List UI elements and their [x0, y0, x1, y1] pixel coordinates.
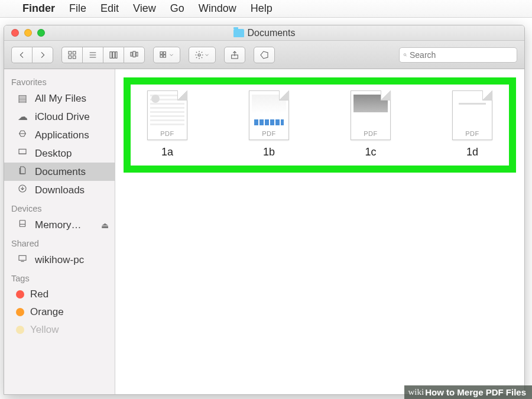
- menu-window[interactable]: Window: [199, 2, 236, 15]
- file-label: 1d: [443, 146, 502, 158]
- downloads-icon: [16, 184, 29, 196]
- sidebar: Favorites ▤ All My Files ☁ iCloud Drive …: [4, 69, 115, 394]
- sidebar-item-label: Downloads: [35, 184, 85, 196]
- window-body: Favorites ▤ All My Files ☁ iCloud Drive …: [4, 69, 524, 394]
- sidebar-item-desktop[interactable]: Desktop: [4, 144, 115, 163]
- back-button[interactable]: [11, 47, 32, 63]
- sidebar-item-icloud-drive[interactable]: ☁ iCloud Drive: [4, 108, 115, 126]
- menu-help[interactable]: Help: [251, 2, 273, 15]
- svg-rect-10: [131, 52, 132, 56]
- search-input[interactable]: [410, 50, 513, 60]
- tag-icon: [259, 50, 269, 60]
- drive-icon: [16, 219, 29, 231]
- file-item[interactable]: PDF 1b: [239, 90, 299, 158]
- pdf-thumbnail: PDF: [249, 90, 289, 140]
- sidebar-item-label: Yellow: [30, 324, 59, 336]
- sidebar-item-label: iCloud Drive: [35, 111, 90, 123]
- sidebar-item-documents[interactable]: Documents: [4, 163, 115, 181]
- svg-rect-12: [136, 52, 138, 56]
- search-icon: [403, 51, 407, 59]
- window-title-text: Documents: [248, 28, 296, 38]
- pdf-thumbnail: PDF: [147, 90, 187, 140]
- file-type-badge: PDF: [148, 130, 187, 137]
- file-type-badge: PDF: [249, 130, 288, 137]
- file-type-badge: PDF: [453, 130, 492, 137]
- sidebar-item-memory[interactable]: Memory… ⏏: [4, 216, 115, 234]
- svg-line-20: [406, 55, 407, 56]
- sidebar-section-tags: Tags: [4, 269, 115, 286]
- toolbar: [4, 41, 524, 69]
- file-label: 1c: [341, 146, 400, 158]
- grid-icon: [67, 50, 77, 60]
- list-view-button[interactable]: [82, 47, 103, 63]
- view-mode-buttons: [61, 47, 145, 63]
- svg-rect-13: [160, 51, 163, 54]
- arrange-icon: [159, 50, 168, 60]
- menu-file[interactable]: File: [69, 2, 86, 15]
- sidebar-item-wikihow-pc[interactable]: wikihow-pc: [4, 251, 115, 269]
- sidebar-tag-yellow[interactable]: Yellow: [4, 321, 115, 339]
- sidebar-item-label: Desktop: [35, 148, 72, 160]
- pdf-thumbnail: PDF: [452, 90, 492, 140]
- sidebar-item-label: Orange: [30, 306, 64, 318]
- chevron-right-icon: [38, 50, 47, 60]
- search-field[interactable]: [399, 47, 517, 63]
- sidebar-section-favorites: Favorites: [4, 73, 115, 89]
- svg-rect-9: [115, 51, 117, 58]
- svg-rect-1: [73, 51, 76, 54]
- forward-button[interactable]: [32, 47, 53, 63]
- watermark-brand-prefix: wiki: [408, 387, 424, 397]
- sidebar-item-label: Red: [30, 288, 48, 300]
- share-button[interactable]: [224, 47, 245, 63]
- svg-rect-8: [113, 51, 115, 58]
- annotation-highlight: PDF 1a PDF 1b PDF 1c: [124, 77, 516, 173]
- nav-buttons: [11, 47, 53, 63]
- svg-rect-25: [20, 220, 25, 227]
- column-view-button[interactable]: [103, 47, 124, 63]
- sidebar-tag-orange[interactable]: Orange: [4, 303, 115, 321]
- finder-window: Documents: [4, 25, 525, 395]
- menu-go[interactable]: Go: [170, 2, 184, 15]
- action-button[interactable]: [189, 47, 216, 63]
- columns-icon: [109, 50, 118, 60]
- coverflow-icon: [129, 50, 139, 60]
- sidebar-item-label: Documents: [35, 166, 86, 178]
- tags-button[interactable]: [254, 47, 275, 63]
- chevron-down-icon: [204, 50, 210, 60]
- file-item[interactable]: PDF 1a: [138, 90, 197, 158]
- file-item[interactable]: PDF 1d: [443, 90, 502, 158]
- arrange-button[interactable]: [153, 47, 180, 63]
- wikihow-watermark: wikiHow to Merge PDF Files: [404, 385, 532, 399]
- file-label: 1b: [239, 146, 299, 158]
- svg-rect-14: [163, 51, 166, 54]
- menu-view[interactable]: View: [133, 2, 156, 15]
- sidebar-item-all-my-files[interactable]: ▤ All My Files: [4, 89, 115, 108]
- sidebar-item-downloads[interactable]: Downloads: [4, 181, 115, 199]
- content-area[interactable]: PDF 1a PDF 1b PDF 1c: [115, 69, 524, 394]
- window-titlebar[interactable]: Documents: [4, 25, 524, 41]
- tag-dot-icon: [16, 290, 24, 299]
- sidebar-item-label: Applications: [35, 129, 89, 141]
- eject-icon[interactable]: ⏏: [101, 220, 109, 230]
- svg-rect-3: [73, 56, 76, 59]
- icon-view-button[interactable]: [61, 47, 82, 63]
- svg-point-19: [404, 53, 406, 56]
- svg-rect-16: [163, 55, 166, 57]
- app-menu[interactable]: Finder: [22, 2, 55, 15]
- coverflow-view-button[interactable]: [124, 47, 145, 63]
- all-files-icon: ▤: [16, 92, 29, 105]
- menu-edit[interactable]: Edit: [100, 2, 119, 15]
- sidebar-item-applications[interactable]: Applications: [4, 126, 115, 144]
- tag-dot-icon: [16, 326, 24, 334]
- tag-dot-icon: [16, 308, 24, 316]
- sidebar-tag-red[interactable]: Red: [4, 286, 115, 303]
- svg-rect-22: [19, 149, 26, 154]
- chevron-left-icon: [17, 50, 27, 60]
- system-menubar: Finder File Edit View Go Window Help: [0, 0, 532, 18]
- sidebar-item-label: wikihow-pc: [35, 254, 84, 266]
- file-item[interactable]: PDF 1c: [341, 90, 400, 158]
- applications-icon: [16, 129, 29, 141]
- computer-icon: [16, 254, 29, 266]
- sidebar-section-devices: Devices: [4, 199, 115, 216]
- sidebar-section-shared: Shared: [4, 234, 115, 251]
